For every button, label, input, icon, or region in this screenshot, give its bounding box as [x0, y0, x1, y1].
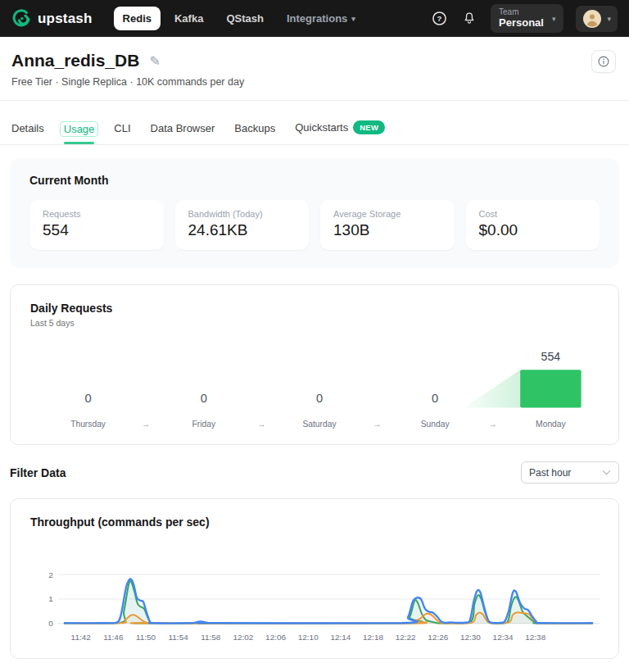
- svg-text:Friday: Friday: [192, 420, 216, 429]
- stat-card-cost: Cost $0.00: [466, 200, 600, 250]
- tab-usage[interactable]: Usage: [64, 123, 95, 144]
- team-switcher[interactable]: Team Personal ▾: [491, 4, 563, 32]
- svg-text:12:06: 12:06: [265, 633, 286, 642]
- nav-item-redis[interactable]: Redis: [114, 7, 161, 30]
- filter-label: Filter Data: [10, 466, 66, 479]
- info-button[interactable]: [591, 50, 616, 73]
- stat-card-storage: Average Storage 130B: [320, 200, 455, 250]
- time-range-value: Past hour: [529, 467, 571, 479]
- svg-text:0: 0: [432, 392, 438, 405]
- stat-value: 130B: [333, 221, 441, 239]
- svg-text:11:54: 11:54: [169, 633, 189, 642]
- svg-text:Thursday: Thursday: [70, 420, 106, 429]
- page-title: Anna_redis_DB: [11, 51, 139, 70]
- daily-requests-card: Daily Requests Last 5 days 0Thursday→0Fr…: [10, 284, 619, 445]
- svg-text:→: →: [142, 419, 151, 429]
- svg-text:12:18: 12:18: [363, 633, 383, 642]
- throughput-card: Throughput (commands per sec) 01211:4211…: [10, 498, 619, 659]
- svg-text:12:34: 12:34: [493, 633, 514, 642]
- tab-details[interactable]: Details: [11, 122, 44, 144]
- svg-text:0: 0: [316, 392, 323, 405]
- svg-text:2: 2: [48, 570, 53, 579]
- svg-text:0: 0: [48, 619, 53, 628]
- chevron-down-icon: [602, 470, 611, 475]
- throughput-title: Throughput (commands per sec): [30, 515, 607, 529]
- throughput-chart: 01211:4211:4611:5011:5411:5812:0212:0612…: [30, 537, 607, 648]
- tab-backups[interactable]: Backups: [234, 122, 275, 144]
- svg-text:11:58: 11:58: [201, 633, 221, 642]
- current-month-card: Current Month Requests 554 Bandwidth (To…: [10, 158, 619, 268]
- svg-text:11:50: 11:50: [136, 633, 156, 642]
- stat-label: Requests: [43, 209, 151, 219]
- svg-text:Sunday: Sunday: [421, 420, 450, 429]
- nav-item-integrations[interactable]: Integrations ▾: [278, 7, 364, 30]
- stat-card-requests: Requests 554: [29, 200, 164, 250]
- svg-text:Saturday: Saturday: [302, 420, 337, 429]
- stat-label: Cost: [479, 209, 587, 219]
- stat-card-bandwidth: Bandwidth (Today) 24.61KB: [175, 200, 310, 250]
- svg-text:Monday: Monday: [536, 420, 566, 429]
- daily-requests-title: Daily Requests: [30, 302, 609, 315]
- chevron-down-icon: ▾: [607, 15, 611, 23]
- help-button[interactable]: ?: [430, 10, 448, 28]
- daily-requests-subtitle: Last 5 days: [30, 318, 609, 328]
- stat-label: Bandwidth (Today): [188, 209, 296, 219]
- tab-quickstarts[interactable]: Quickstarts NEW: [295, 120, 385, 144]
- primary-nav: Redis Kafka QStash Integrations ▾: [114, 7, 364, 30]
- avatar: [582, 9, 602, 29]
- upstash-logo-icon: [11, 9, 31, 29]
- svg-text:12:30: 12:30: [460, 633, 481, 642]
- chevron-down-icon: ▾: [552, 15, 556, 23]
- nav-item-kafka[interactable]: Kafka: [165, 7, 212, 30]
- svg-text:?: ?: [437, 14, 441, 23]
- info-icon: [597, 55, 610, 68]
- svg-text:12:10: 12:10: [298, 633, 319, 642]
- daily-requests-chart: 0Thursday→0Friday→0Saturday→0Sunday→554M…: [30, 333, 609, 433]
- svg-text:12:38: 12:38: [525, 633, 545, 642]
- brand[interactable]: upstash: [11, 9, 93, 29]
- account-menu[interactable]: ▾: [576, 6, 618, 32]
- svg-text:554: 554: [541, 350, 561, 363]
- svg-text:→: →: [488, 419, 497, 429]
- svg-text:→: →: [373, 419, 382, 429]
- top-nav: upstash Redis Kafka QStash Integrations …: [0, 0, 629, 37]
- bell-icon: [462, 11, 477, 26]
- svg-text:11:46: 11:46: [103, 633, 124, 642]
- svg-text:0: 0: [85, 392, 92, 405]
- db-tabs: Details Usage CLI Data Browser Backups Q…: [0, 101, 629, 145]
- filter-row: Filter Data Past hour: [10, 461, 619, 484]
- svg-text:12:02: 12:02: [233, 633, 253, 642]
- stat-value: $0.00: [479, 221, 587, 239]
- tab-cli[interactable]: CLI: [114, 122, 130, 144]
- new-badge: NEW: [353, 120, 385, 134]
- page-header: Anna_redis_DB ✎ Free Tier · Single Repli…: [0, 37, 629, 101]
- team-value: Personal: [499, 17, 544, 30]
- svg-text:12:26: 12:26: [428, 633, 448, 642]
- time-range-select[interactable]: Past hour: [521, 461, 619, 484]
- chevron-down-icon: ▾: [351, 15, 355, 23]
- svg-text:1: 1: [48, 594, 53, 603]
- svg-text:11:42: 11:42: [71, 633, 92, 642]
- brand-name: upstash: [38, 11, 93, 27]
- stat-label: Average Storage: [333, 209, 441, 219]
- page-subtitle: Free Tier · Single Replica · 10K command…: [11, 76, 616, 88]
- current-month-title: Current Month: [29, 174, 600, 187]
- help-icon: ?: [432, 11, 447, 26]
- edit-pencil-icon[interactable]: ✎: [149, 53, 160, 69]
- stat-value: 24.61KB: [188, 221, 296, 239]
- notifications-button[interactable]: [460, 10, 478, 28]
- svg-text:0: 0: [201, 392, 207, 405]
- stat-value: 554: [43, 221, 151, 239]
- svg-text:→: →: [257, 419, 266, 429]
- svg-text:12:14: 12:14: [330, 633, 351, 642]
- tab-data-browser[interactable]: Data Browser: [151, 122, 215, 144]
- svg-text:12:22: 12:22: [396, 633, 416, 642]
- nav-item-qstash[interactable]: QStash: [217, 7, 273, 30]
